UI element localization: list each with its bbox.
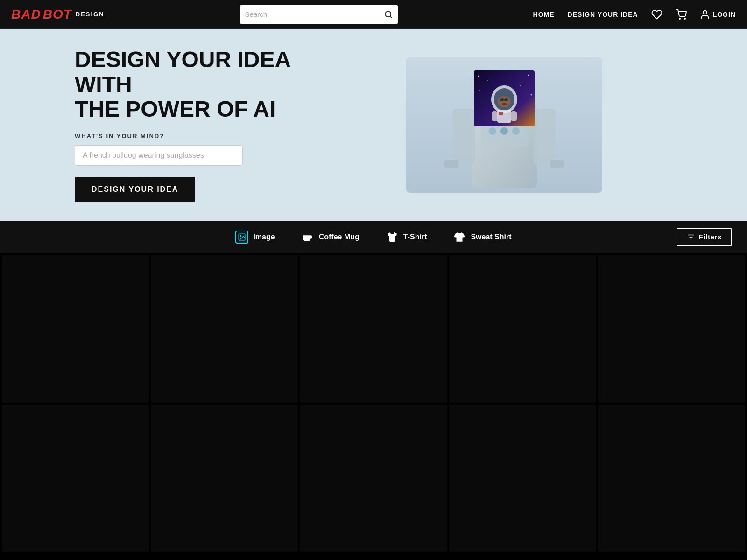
filters-button[interactable]: Filters	[677, 228, 732, 246]
svg-point-31	[502, 103, 507, 105]
robot-illustration	[406, 57, 602, 193]
hero-design-input[interactable]	[83, 151, 235, 160]
hero-subtitle: WHAT'S IN YOUR MIND?	[75, 133, 317, 140]
logo[interactable]: BAD BOT DESIGN	[11, 7, 105, 22]
svg-rect-11	[453, 109, 475, 165]
svg-point-27	[531, 94, 532, 95]
svg-rect-12	[533, 109, 556, 165]
search-icon	[384, 10, 393, 19]
logo-design-text: DESIGN	[76, 11, 105, 18]
grid-item[interactable]	[300, 255, 447, 402]
svg-rect-32	[500, 99, 503, 101]
hero-section: DESIGN YOUR IDEA WITH THE POWER OF AI WH…	[0, 29, 747, 221]
nav-right: HOME DESIGN YOUR IDEA LOGIN	[533, 9, 736, 20]
filters-icon	[687, 233, 695, 241]
search-input[interactable]	[245, 10, 381, 18]
login-button[interactable]: LOGIN	[700, 9, 736, 20]
svg-point-22	[478, 75, 479, 77]
heart-icon	[651, 9, 662, 20]
svg-rect-14	[550, 160, 564, 168]
svg-point-28	[498, 96, 511, 107]
wishlist-button[interactable]	[651, 9, 662, 20]
svg-rect-13	[444, 160, 458, 168]
svg-point-26	[479, 90, 480, 91]
tab-image-label: Image	[253, 233, 275, 241]
cart-button[interactable]	[676, 9, 687, 20]
svg-point-24	[528, 74, 529, 76]
logo-bot-text: BOT	[43, 7, 72, 22]
grid-item[interactable]	[598, 255, 745, 402]
tab-tshirt-label: T-Shirt	[403, 233, 427, 241]
navbar: BAD BOT DESIGN HOME DESIGN YOUR IDEA	[0, 0, 747, 29]
cart-icon	[676, 9, 687, 20]
svg-point-2	[679, 18, 680, 19]
image-tab-icon	[235, 231, 248, 244]
tshirt-tab-icon	[386, 231, 399, 244]
hero-visual	[317, 57, 691, 193]
grid-item[interactable]	[151, 405, 298, 552]
svg-point-23	[487, 80, 488, 81]
grid-item[interactable]	[449, 405, 596, 552]
hero-text: DESIGN YOUR IDEA WITH THE POWER OF AI WH…	[75, 48, 317, 202]
tab-coffee-mug-label: Coffee Mug	[319, 233, 359, 241]
user-icon	[700, 9, 710, 20]
sweatshirt-icon	[453, 231, 465, 243]
hero-input-wrapper[interactable]	[75, 145, 243, 166]
design-idea-button[interactable]: DESIGN YOUR IDEA	[75, 177, 195, 202]
image-grid	[0, 253, 747, 553]
grid-item[interactable]	[449, 255, 596, 402]
tab-tshirt[interactable]: T-Shirt	[384, 227, 429, 247]
grid-item[interactable]	[300, 405, 447, 552]
tab-sweatshirt-label: Sweat Shirt	[471, 233, 511, 241]
nav-design-link[interactable]: DESIGN YOUR IDEA	[568, 11, 638, 18]
search-button[interactable]	[384, 10, 393, 19]
grid-item[interactable]	[598, 405, 745, 552]
grid-item[interactable]	[151, 255, 298, 402]
filter-bar: Image Coffee Mug T-Shirt Sweat Shirt	[0, 221, 747, 253]
svg-point-17	[500, 127, 508, 135]
svg-point-41	[240, 235, 241, 236]
svg-point-18	[512, 127, 520, 135]
svg-rect-37	[500, 112, 504, 112]
logo-bad-text: BAD	[11, 7, 41, 22]
svg-point-3	[684, 18, 685, 19]
tab-sweatshirt[interactable]: Sweat Shirt	[451, 227, 513, 247]
grid-item[interactable]	[2, 255, 149, 402]
svg-point-16	[489, 127, 496, 135]
nav-home-link[interactable]: HOME	[533, 11, 555, 18]
mug-icon	[303, 232, 313, 242]
login-label: LOGIN	[713, 11, 736, 18]
search-bar[interactable]	[240, 5, 398, 24]
tab-image[interactable]: Image	[233, 227, 276, 247]
sweatshirt-tab-icon	[453, 231, 466, 244]
filters-button-label: Filters	[699, 233, 722, 241]
hero-title: DESIGN YOUR IDEA WITH THE POWER OF AI	[75, 48, 317, 121]
image-icon	[238, 233, 246, 241]
svg-rect-33	[504, 99, 508, 101]
tab-coffee-mug[interactable]: Coffee Mug	[299, 227, 361, 247]
svg-rect-39	[511, 111, 517, 121]
mug-tab-icon	[301, 231, 314, 244]
grid-item[interactable]	[2, 405, 149, 552]
svg-point-25	[520, 85, 521, 86]
svg-rect-38	[492, 111, 498, 121]
svg-line-1	[390, 16, 391, 17]
tshirt-icon	[387, 231, 398, 243]
svg-point-4	[703, 10, 706, 14]
